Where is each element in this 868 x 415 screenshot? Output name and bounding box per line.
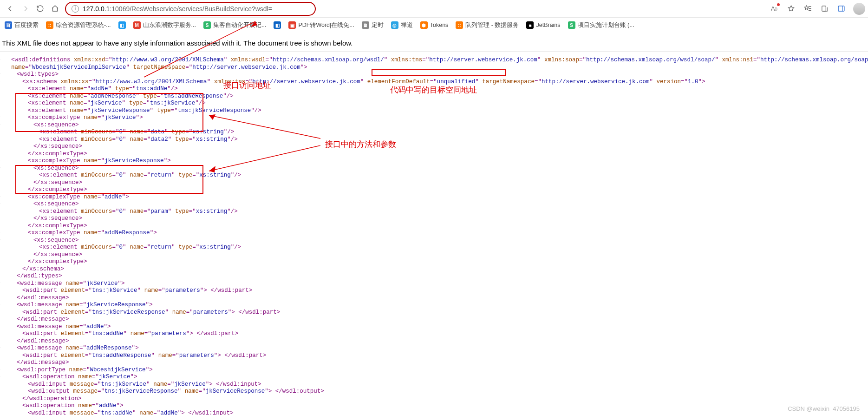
profile-avatar[interactable] [853,3,865,15]
watermark: CSDN @weixin_47056195 [788,405,860,412]
bookmark-label: 项目实施计划台账 (... [578,21,634,29]
bookmark-item[interactable]: 百百度搜索 [3,20,40,30]
bookmark-favicon: 百 [5,21,12,29]
bookmark-item[interactable]: S集客自动化开展记... [202,20,268,30]
bookmark-favicon: :: [456,21,463,29]
bookmark-item[interactable]: M山东浪潮数字服务... [131,20,198,30]
bookmark-favicon: ◧ [118,21,126,29]
bookmarks-bar: 百百度搜索::综合资源管理系统-...◧M山东浪潮数字服务...S集客自动化开展… [0,18,868,33]
bookmark-label: 禅道 [401,21,413,29]
bookmark-item[interactable]: ■JetBrains [524,20,562,30]
bookmark-label: 综合资源管理系统-... [56,21,111,29]
xml-tree: <wsdl:definitions xmlns:xsd="http://www.… [0,55,868,415]
annotation-methods: 接口中的方法和参数 [325,141,396,148]
favorite-icon[interactable] [783,1,798,16]
bookmark-favicon: S [203,21,211,29]
bookmark-favicon: ◧ [274,21,281,29]
bookmark-label: 山东浪潮数字服务... [143,21,196,29]
bookmark-item[interactable]: ⬢Tokens [418,20,450,30]
bookmark-favicon: ▣ [288,21,296,29]
bookmark-label: 集客自动化开展记... [213,21,266,29]
annotation-url: 接口访问地址 [223,82,271,89]
bookmark-favicon: M [133,21,141,29]
bookmark-favicon: 🗎 [362,21,369,29]
bookmark-item[interactable]: ::综合资源管理系统-... [44,20,113,30]
collections-icon[interactable] [817,1,832,16]
bookmark-item[interactable]: ◧ [117,20,128,30]
annotation-namespace: 代码中写的目标空间地址 [390,86,477,94]
highlight-box-2 [372,69,506,76]
bookmark-label: 队列管理 - 数据服务 [465,21,519,29]
bookmark-item[interactable]: ◎禅道 [389,20,415,30]
xml-notice: This XML file does not appear to have an… [0,33,868,52]
bookmark-favicon: ■ [526,21,534,29]
svg-rect-1 [838,6,844,11]
browser-toolbar: i 127.0.0.1:10069/ResWebservice/services… [0,0,868,18]
bookmark-item[interactable]: S项目实施计划台账 (... [566,20,636,30]
bookmark-item[interactable]: ▣PDF转Word|在线免... [287,20,356,30]
bookmark-item[interactable]: ::队列管理 - 数据服务 [454,20,521,30]
bookmark-favicon: :: [46,21,53,29]
bookmark-label: Tokens [430,22,449,28]
bookmark-label: 百度搜索 [14,21,39,29]
bookmark-label: PDF转Word|在线免... [298,21,354,29]
bookmark-item[interactable]: ◧ [272,20,283,30]
bookmark-favicon: S [568,21,575,29]
bookmark-favicon: ◎ [391,21,398,29]
url-text: 127.0.0.1:10069/ResWebservice/services/B… [83,5,272,13]
bookmark-label: 定时 [372,21,384,29]
bookmark-label: JetBrains [536,22,560,28]
svg-rect-0 [822,6,826,11]
highlight-box-3 [15,165,203,194]
forward-button[interactable] [18,1,33,16]
toolbar-right: A)) [767,1,865,16]
bookmark-favicon: ⬢ [420,21,428,29]
home-button[interactable] [47,1,62,16]
info-icon: i [72,5,79,13]
address-bar[interactable]: i 127.0.0.1:10069/ResWebservice/services… [65,2,316,16]
back-button[interactable] [3,1,18,16]
highlight-box-1 [15,93,203,132]
read-aloud-icon[interactable]: A)) [767,1,782,16]
refresh-button[interactable] [33,1,47,16]
sidebar-icon[interactable] [834,1,848,16]
bookmark-item[interactable]: 🗎定时 [360,20,385,30]
favorites-list-icon[interactable] [800,1,815,16]
